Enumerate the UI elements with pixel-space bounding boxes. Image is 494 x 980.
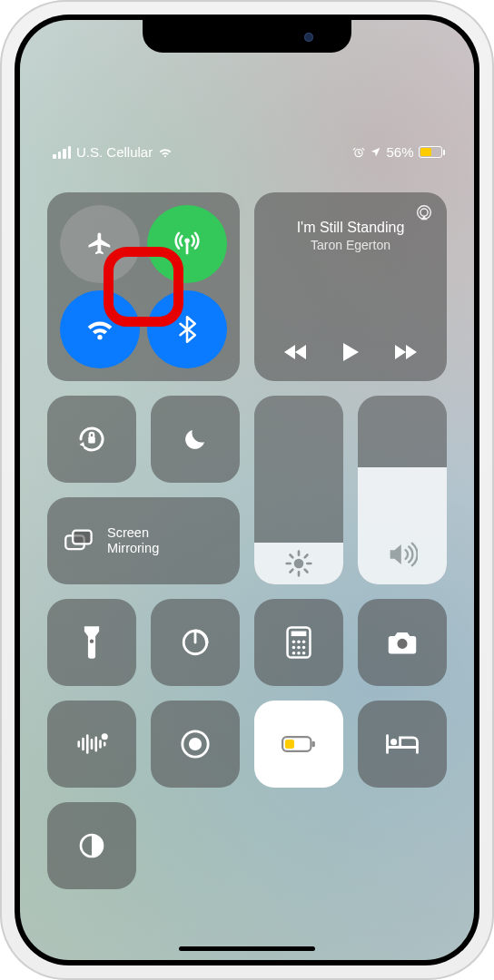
svg-point-5 bbox=[294, 559, 304, 569]
svg-rect-27 bbox=[285, 740, 294, 749]
bed-icon bbox=[384, 731, 420, 757]
next-track-button[interactable] bbox=[387, 334, 423, 370]
record-icon bbox=[180, 729, 211, 760]
svg-point-3 bbox=[420, 209, 428, 216]
play-button[interactable] bbox=[332, 334, 369, 370]
screen: U.S. Cellular 56% bbox=[20, 20, 474, 960]
do-not-disturb-button[interactable] bbox=[151, 396, 240, 483]
camera-icon bbox=[386, 629, 419, 656]
camera-button[interactable] bbox=[358, 599, 447, 686]
svg-point-12 bbox=[292, 641, 296, 644]
timer-button[interactable] bbox=[151, 599, 240, 686]
flashlight-icon bbox=[82, 625, 102, 660]
wifi-icon bbox=[158, 147, 173, 158]
device-frame: U.S. Cellular 56% bbox=[0, 0, 494, 980]
svg-point-16 bbox=[297, 646, 301, 650]
svg-point-8 bbox=[90, 639, 94, 642]
screen-mirroring-button[interactable]: Screen Mirroring bbox=[47, 497, 240, 584]
status-left: U.S. Cellular bbox=[47, 144, 173, 160]
previous-track-button[interactable] bbox=[278, 334, 314, 370]
brightness-icon bbox=[284, 549, 313, 578]
music-module[interactable]: I'm Still Standing Taron Egerton bbox=[254, 192, 447, 381]
moon-icon bbox=[182, 426, 209, 453]
control-center: I'm Still Standing Taron Egerton bbox=[47, 192, 447, 889]
location-icon bbox=[370, 146, 381, 158]
svg-point-20 bbox=[302, 652, 306, 655]
svg-point-24 bbox=[189, 738, 202, 750]
connectivity-module[interactable] bbox=[47, 192, 240, 381]
battery-fill bbox=[420, 148, 432, 156]
notch bbox=[143, 20, 351, 53]
svg-point-14 bbox=[302, 641, 306, 644]
low-power-mode-button[interactable] bbox=[254, 701, 343, 788]
brightness-slider[interactable] bbox=[254, 396, 343, 584]
svg-point-28 bbox=[390, 739, 397, 745]
battery-low-icon bbox=[282, 735, 316, 753]
volume-icon bbox=[387, 541, 418, 568]
svg-rect-11 bbox=[291, 632, 307, 637]
svg-point-17 bbox=[302, 646, 306, 650]
dark-mode-button[interactable] bbox=[47, 802, 136, 889]
brightness-fill bbox=[254, 543, 343, 584]
voice-memo-icon bbox=[74, 730, 109, 758]
carrier-label: U.S. Cellular bbox=[76, 144, 153, 160]
music-title: I'm Still Standing bbox=[263, 220, 438, 236]
volume-slider[interactable] bbox=[358, 396, 447, 584]
bluetooth-button[interactable] bbox=[147, 290, 227, 368]
svg-point-21 bbox=[397, 639, 407, 649]
cellular-data-button[interactable] bbox=[147, 205, 227, 283]
flashlight-button[interactable] bbox=[47, 599, 136, 686]
screen-mirroring-icon bbox=[64, 528, 94, 554]
airplane-mode-button[interactable] bbox=[60, 205, 140, 283]
svg-point-13 bbox=[297, 641, 301, 644]
wifi-button[interactable] bbox=[60, 290, 140, 368]
svg-point-22 bbox=[102, 733, 108, 740]
svg-point-15 bbox=[292, 646, 296, 650]
sleep-mode-button[interactable] bbox=[358, 701, 447, 788]
calculator-button[interactable] bbox=[254, 599, 343, 686]
orientation-lock-icon bbox=[75, 423, 108, 456]
voice-memo-button[interactable] bbox=[47, 701, 136, 788]
battery-icon bbox=[419, 146, 446, 158]
music-artist: Taron Egerton bbox=[311, 238, 390, 252]
airplane-icon bbox=[86, 230, 114, 258]
bluetooth-icon bbox=[175, 316, 199, 343]
dark-mode-icon bbox=[77, 831, 106, 860]
orientation-lock-button[interactable] bbox=[47, 396, 136, 483]
screen-mirroring-label: Screen Mirroring bbox=[107, 525, 159, 555]
cellular-signal-icon bbox=[53, 146, 71, 159]
wifi-icon bbox=[85, 317, 114, 342]
calculator-icon bbox=[286, 626, 311, 659]
battery-percent: 56% bbox=[386, 144, 413, 160]
airplay-icon[interactable] bbox=[414, 203, 434, 223]
svg-rect-26 bbox=[312, 741, 315, 748]
screen-record-button[interactable] bbox=[151, 701, 240, 788]
svg-point-19 bbox=[297, 652, 301, 655]
antenna-icon bbox=[173, 230, 201, 258]
svg-rect-4 bbox=[88, 436, 95, 444]
status-right: 56% bbox=[352, 144, 447, 160]
alarm-icon bbox=[352, 146, 365, 159]
timer-icon bbox=[180, 627, 211, 658]
home-indicator[interactable] bbox=[179, 946, 315, 951]
svg-rect-7 bbox=[73, 531, 91, 544]
svg-point-18 bbox=[292, 652, 296, 655]
device-bezel: U.S. Cellular 56% bbox=[15, 15, 479, 965]
